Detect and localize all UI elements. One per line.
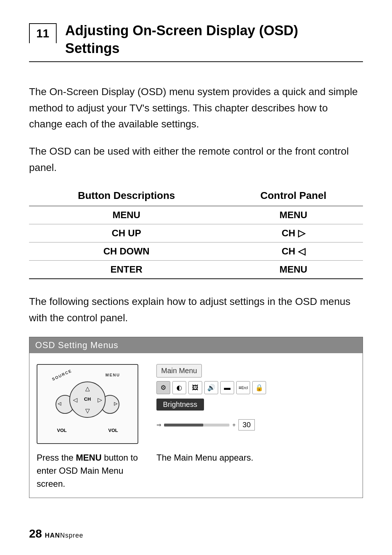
menu-icon-sound: 🔊 [204, 381, 218, 394]
ch-circle-outer: △ ◁ ▷ ▽ CH [69, 381, 106, 418]
osd-menu-illustration: Main Menu ⚙ ◐ 🖼 🔊 ▬ ≡ErcI 🔒 Brightness ⇒ [149, 364, 355, 444]
page-number: 28 [29, 527, 42, 540]
slider-value: 30 [238, 419, 254, 430]
vol-left-label: VOL [57, 428, 67, 433]
arrow-left-icon: ◁ [73, 396, 77, 403]
menu-icons-row: ⚙ ◐ 🖼 🔊 ▬ ≡ErcI 🔒 [156, 381, 266, 394]
source-label: SOURCE [51, 368, 73, 381]
menu-icon-channel: ▬ [220, 381, 234, 394]
caption-left: Press the MENU button to enter OSD Main … [37, 451, 138, 490]
menu-icon-lock: 🔒 [252, 381, 266, 394]
table-cell: MENU [224, 260, 363, 279]
table-cell: MENU [224, 206, 363, 224]
page-footer: 28 HANNspree [29, 527, 83, 540]
brand-nspree: Nspree [60, 532, 83, 539]
control-panel-illustration: SOURCE MENU △ ◁ ▷ ▽ CH [37, 364, 138, 444]
osd-setting-menus-box: OSD Setting Menus SOURCE MENU △ [29, 337, 363, 498]
arrow-down-icon: ▽ [85, 407, 90, 414]
table-col1-header: Button Descriptions [29, 187, 224, 206]
table-row: MENU MENU [29, 206, 363, 224]
menu-label: MENU [106, 373, 120, 377]
arrow-right-icon: ▷ [98, 396, 102, 403]
caption-menu-bold: MENU [76, 453, 102, 462]
osd-captions: Press the MENU button to enter OSD Main … [29, 451, 363, 498]
chapter-header: 11 Adjusting On-Screen Display (OSD) Set… [29, 22, 363, 62]
table-row: CH DOWN CH ◁ [29, 242, 363, 260]
caption-left-text: Press the [37, 453, 76, 462]
brightness-label: Brightness [156, 399, 204, 411]
osd-box-header: OSD Setting Menus [29, 337, 363, 353]
ch-label: CH [84, 396, 91, 402]
table-row: CH UP CH ▷ [29, 224, 363, 242]
slider-left-arrow-icon: ⇒ [156, 421, 161, 428]
osd-box-content: SOURCE MENU △ ◁ ▷ ▽ CH [29, 353, 363, 451]
vol-right-arrow: ▷ [114, 401, 117, 406]
brand-name: HANNspree [45, 530, 83, 540]
button-descriptions-table: Button Descriptions Control Panel MENU M… [29, 187, 363, 279]
slider-right-arrow-icon: + [232, 422, 236, 428]
table-cell: MENU [29, 206, 224, 224]
table-cell: CH ◁ [224, 242, 363, 260]
table-cell: CH DOWN [29, 242, 224, 260]
slider-row: ⇒ + 30 [156, 419, 255, 430]
main-menu-label: Main Menu [156, 364, 202, 378]
following-paragraph: The following sections explain how to ad… [29, 294, 363, 326]
menu-icon-contrast: ◐ [172, 381, 186, 394]
table-col2-header: Control Panel [224, 187, 363, 206]
table-row: ENTER MENU [29, 260, 363, 279]
vol-left-arrow: ◁ [58, 401, 61, 406]
chapter-number: 11 [29, 23, 57, 43]
control-circle-group: SOURCE MENU △ ◁ ▷ ▽ CH [51, 371, 124, 437]
paragraph-2: The OSD can be used with either the remo… [29, 143, 363, 176]
chapter-title: Adjusting On-Screen Display (OSD) Settin… [65, 22, 298, 58]
menu-icon-settings: ⚙ [156, 381, 170, 394]
slider-fill [164, 424, 203, 427]
paragraph-1: The On-Screen Display (OSD) menu system … [29, 84, 363, 132]
brand-han: HAN [45, 532, 60, 539]
arrow-up-icon: △ [85, 385, 90, 392]
menu-icon-picture: 🖼 [188, 381, 202, 394]
caption-right: The Main Menu appears. [149, 451, 355, 490]
table-cell: CH ▷ [224, 224, 363, 242]
slider-track [164, 424, 229, 427]
table-cell: CH UP [29, 224, 224, 242]
table-cell: ENTER [29, 260, 224, 279]
menu-icon-setup: ≡ErcI [236, 381, 250, 394]
vol-right-label: VOL [108, 428, 118, 433]
